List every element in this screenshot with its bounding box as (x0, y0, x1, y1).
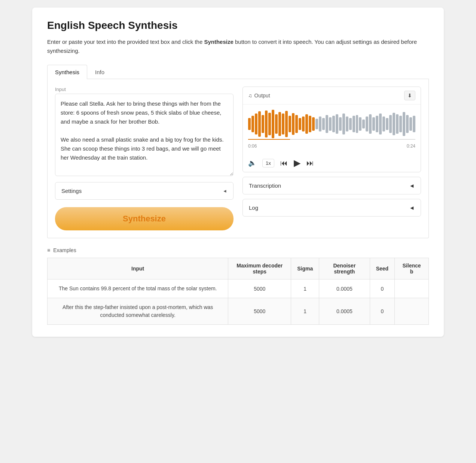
page-title: English Speech Synthesis (47, 19, 429, 31)
transcription-collapsible[interactable]: Transcription ◄ (242, 177, 421, 194)
tabs-container: Synthesis Info (47, 64, 429, 79)
examples-table: Input Maximum decoder steps Sigma Denois… (47, 258, 429, 325)
main-grid: Input Please call Stella. Ask her to bri… (55, 87, 421, 230)
log-arrow: ◄ (409, 205, 415, 211)
settings-collapsible[interactable]: Settings ◄ (55, 182, 234, 200)
col-seed: Seed (370, 258, 394, 279)
fast-forward-button[interactable]: ⏭ (306, 159, 314, 167)
col-denoiser: Denoiser strength (319, 258, 370, 279)
input-label: Input (55, 87, 234, 92)
examples-section: ≡ Examples Input Maximum decoder steps S… (47, 247, 429, 325)
tab-content: Input Please call Stella. Ask her to bri… (47, 79, 429, 238)
progress-line (248, 139, 415, 140)
synthesize-button[interactable]: Synthesize (55, 207, 234, 230)
waveform-container: 0:06 0:24 (243, 105, 421, 154)
cell-silence (395, 279, 429, 298)
output-header: ♫ Output ⬇ (243, 87, 421, 105)
rewind-button[interactable]: ⏮ (280, 159, 288, 167)
examples-icon: ≡ (47, 247, 50, 253)
download-button[interactable]: ⬇ (404, 91, 415, 100)
output-title: ♫ Output (248, 93, 270, 99)
time-end: 0:24 (407, 143, 415, 149)
time-start: 0:06 (248, 143, 257, 149)
time-labels: 0:06 0:24 (248, 142, 415, 152)
text-input[interactable]: Please call Stella. Ask her to bring the… (55, 94, 234, 176)
output-label: Output (254, 93, 270, 99)
transcription-label: Transcription (249, 182, 281, 189)
tab-info[interactable]: Info (87, 65, 112, 79)
description-bold: Synthesize (204, 39, 233, 45)
tab-synthesis[interactable]: Synthesis (47, 65, 87, 79)
output-box: ♫ Output ⬇ 0:06 0:24 (242, 87, 421, 172)
input-label-wrapper: Input Please call Stella. Ask her to bri… (55, 87, 234, 178)
cell-input: After this the step-father insisted upon… (48, 298, 228, 325)
col-sigma: Sigma (291, 258, 319, 279)
cell-seed: 0 (370, 298, 394, 325)
settings-arrow: ◄ (223, 188, 227, 194)
volume-button[interactable]: 🔈 (248, 159, 256, 167)
waveform[interactable] (248, 109, 415, 139)
music-icon: ♫ (248, 93, 252, 99)
page-container: English Speech Synthesis Enter or paste … (32, 7, 444, 337)
cell-max-decoder: 5000 (228, 298, 291, 325)
cell-denoiser: 0.0005 (319, 298, 370, 325)
play-button[interactable]: ▶ (294, 158, 300, 168)
table-header-row: Input Maximum decoder steps Sigma Denois… (48, 258, 429, 279)
table-row[interactable]: The Sun contains 99.8 percent of the tot… (48, 279, 429, 298)
settings-label: Settings (61, 188, 82, 194)
cell-sigma: 1 (291, 298, 319, 325)
description: Enter or paste your text into the provid… (47, 37, 429, 55)
table-row[interactable]: After this the step-father insisted upon… (48, 298, 429, 325)
progress-fill (248, 139, 290, 140)
cell-silence (395, 298, 429, 325)
cell-denoiser: 0.0005 (319, 279, 370, 298)
log-label: Log (249, 205, 258, 211)
cell-max-decoder: 5000 (228, 279, 291, 298)
col-silence: Silence b (395, 258, 429, 279)
speed-button[interactable]: 1x (262, 159, 274, 167)
cell-seed: 0 (370, 279, 394, 298)
output-section: ♫ Output ⬇ 0:06 0:24 (242, 87, 421, 230)
transcription-arrow: ◄ (409, 182, 415, 189)
description-before-bold: Enter or paste your text into the provid… (47, 39, 204, 45)
input-section: Input Please call Stella. Ask her to bri… (55, 87, 234, 230)
col-input: Input (48, 258, 228, 279)
col-max-decoder: Maximum decoder steps (228, 258, 291, 279)
examples-label: Examples (53, 247, 76, 253)
cell-sigma: 1 (291, 279, 319, 298)
cell-input: The Sun contains 99.8 percent of the tot… (48, 279, 228, 298)
player-controls: 🔈 1x ⏮ ▶ ⏭ (243, 154, 421, 172)
examples-header: ≡ Examples (47, 247, 429, 253)
log-collapsible[interactable]: Log ◄ (242, 199, 421, 217)
